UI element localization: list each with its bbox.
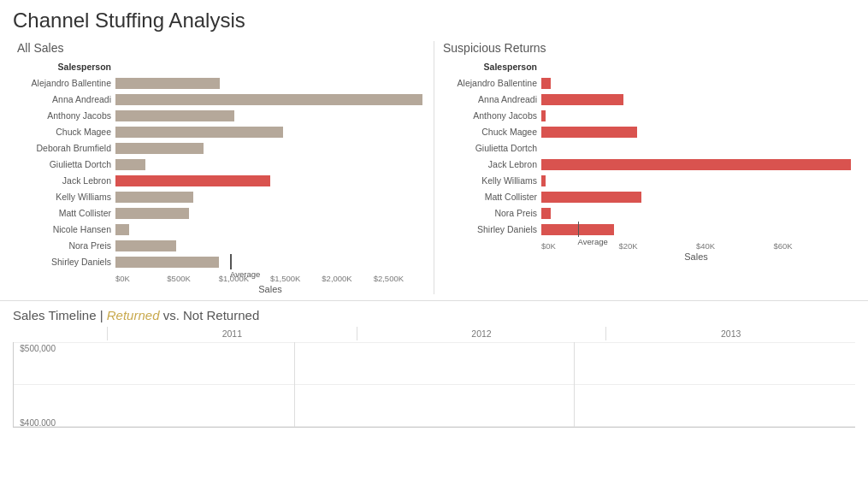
bar-fill bbox=[541, 78, 551, 89]
timeline-title: Sales Timeline | Returned vs. Not Return… bbox=[13, 308, 855, 322]
table-row: Matt Collister bbox=[17, 205, 425, 221]
bar-fill bbox=[115, 192, 193, 203]
table-row: Anthony Jacobs bbox=[17, 108, 425, 123]
bar-label: Shirley Daniels bbox=[17, 257, 115, 267]
bar-label: Nora Preis bbox=[443, 208, 541, 218]
bottom-section: Sales Timeline | Returned vs. Not Return… bbox=[0, 300, 868, 428]
timeline-year-label: 2013 bbox=[605, 327, 855, 340]
bar-fill bbox=[541, 159, 851, 170]
timeline-returned-label: Returned bbox=[107, 308, 160, 322]
suspicious-returns-chart: Salesperson Alejandro BallentineAnna And… bbox=[443, 59, 851, 238]
bar-area bbox=[115, 158, 425, 170]
bar-label: Matt Collister bbox=[443, 192, 541, 202]
bar-area bbox=[115, 93, 425, 105]
bar-label: Anna Andreadi bbox=[443, 94, 541, 104]
bar-label: Matt Collister bbox=[17, 208, 115, 218]
table-row: Giulietta Dortch bbox=[443, 140, 851, 156]
bar-label: Jack Lebron bbox=[443, 159, 541, 169]
bar-fill bbox=[541, 208, 551, 219]
suspicious-returns-header-row: Salesperson bbox=[443, 59, 851, 74]
bar-label: Anthony Jacobs bbox=[443, 110, 541, 121]
year-sep-1 bbox=[294, 342, 295, 427]
table-row: Nicole Hansen bbox=[17, 222, 425, 237]
bar-area bbox=[115, 109, 425, 121]
bar-area bbox=[541, 174, 851, 186]
suspicious-returns-x-axis: $0K$20K$40K$60K bbox=[541, 241, 851, 251]
bar-label: Alejandro Ballentine bbox=[443, 78, 541, 88]
table-row: Jack Lebron bbox=[17, 173, 425, 188]
timeline-chart-wrapper: 201120122013 $500,000$400,000 bbox=[13, 327, 855, 428]
bar-fill bbox=[115, 78, 220, 89]
table-row: Kelly Williams bbox=[443, 173, 851, 188]
bar-area bbox=[115, 126, 425, 138]
bar-label: Nicole Hansen bbox=[17, 224, 115, 234]
bar-fill bbox=[541, 110, 546, 121]
bar-fill bbox=[115, 224, 129, 235]
bar-area bbox=[541, 126, 851, 138]
timeline-year-label: 2012 bbox=[357, 327, 606, 340]
all-sales-chart: Salesperson Alejandro BallentineAnna And… bbox=[17, 59, 425, 270]
bar-area bbox=[115, 191, 425, 203]
timeline-grid bbox=[14, 342, 855, 427]
bar-label: Chuck Magee bbox=[443, 127, 541, 137]
x-tick: $20K bbox=[619, 241, 697, 251]
bar-fill bbox=[115, 175, 270, 186]
bar-label: Alejandro Ballentine bbox=[17, 78, 115, 88]
bar-fill bbox=[115, 94, 422, 105]
x-tick: $1,500K bbox=[270, 274, 322, 283]
timeline-body: $500,000$400,000 bbox=[13, 342, 855, 428]
grid-line-3 bbox=[14, 426, 855, 427]
bar-label: Shirley Daniels bbox=[443, 224, 541, 234]
bar-label: Anthony Jacobs bbox=[17, 110, 115, 121]
table-row: Shirley DanielsAverage bbox=[443, 222, 851, 237]
bar-fill bbox=[115, 257, 219, 268]
timeline-area: 201120122013 $500,000$400,000 bbox=[13, 327, 855, 428]
bar-area bbox=[541, 142, 851, 154]
table-row: Shirley DanielsAverage bbox=[17, 254, 425, 269]
suspicious-returns-axis-label: Sales bbox=[541, 251, 851, 262]
all-sales-header-row: Salesperson bbox=[17, 59, 425, 74]
all-sales-section: All Sales Salesperson Alejandro Ballenti… bbox=[9, 37, 434, 299]
bar-area bbox=[115, 223, 425, 235]
bar-fill bbox=[541, 127, 637, 138]
bar-label: Nora Preis bbox=[17, 240, 115, 251]
bar-area bbox=[115, 207, 425, 219]
bar-fill bbox=[541, 192, 641, 203]
suspicious-returns-header-area bbox=[541, 61, 851, 73]
bar-area bbox=[541, 77, 851, 89]
page-title: Channel Stuffing Analysis bbox=[0, 0, 868, 37]
all-sales-axis-label: Sales bbox=[115, 284, 425, 294]
table-row: Anthony Jacobs bbox=[443, 108, 851, 123]
bar-area: Average bbox=[541, 223, 851, 235]
bar-label: Giulietta Dortch bbox=[443, 143, 541, 153]
table-row: Kelly Williams bbox=[17, 189, 425, 204]
x-tick: $2,500K bbox=[374, 274, 425, 283]
bar-fill bbox=[115, 127, 283, 138]
all-sales-x-axis: $0K$500K$1,000K$1,500K$2,000K$2,500K bbox=[115, 274, 425, 283]
bar-area bbox=[541, 158, 851, 170]
bar-label: Anna Andreadi bbox=[17, 94, 115, 104]
x-tick: $40K bbox=[696, 241, 774, 251]
bar-area bbox=[541, 207, 851, 219]
x-tick: $500K bbox=[167, 274, 218, 283]
all-sales-title: All Sales bbox=[17, 41, 425, 55]
table-row: Alejandro Ballentine bbox=[17, 75, 425, 91]
table-row: Nora Preis bbox=[443, 205, 851, 221]
bar-fill bbox=[115, 240, 176, 251]
timeline-year-label: 2011 bbox=[107, 327, 357, 340]
timeline-title-prefix: Sales Timeline | bbox=[13, 308, 107, 322]
bar-label: Chuck Magee bbox=[17, 127, 115, 137]
year-sep-2 bbox=[574, 342, 575, 427]
x-tick: $1,000K bbox=[219, 274, 270, 283]
bar-label: Kelly Williams bbox=[443, 175, 541, 186]
table-row: Chuck Magee bbox=[17, 124, 425, 139]
bar-label: Deborah Brumfield bbox=[17, 143, 115, 153]
bar-area bbox=[115, 174, 425, 186]
bar-fill bbox=[541, 94, 623, 105]
all-sales-col-header: Salesperson bbox=[17, 62, 115, 72]
bar-fill bbox=[115, 159, 145, 170]
table-row: Alejandro Ballentine bbox=[443, 75, 851, 91]
grid-line-2 bbox=[14, 384, 855, 385]
suspicious-returns-title: Suspicious Returns bbox=[443, 41, 851, 55]
bar-fill bbox=[115, 110, 234, 121]
